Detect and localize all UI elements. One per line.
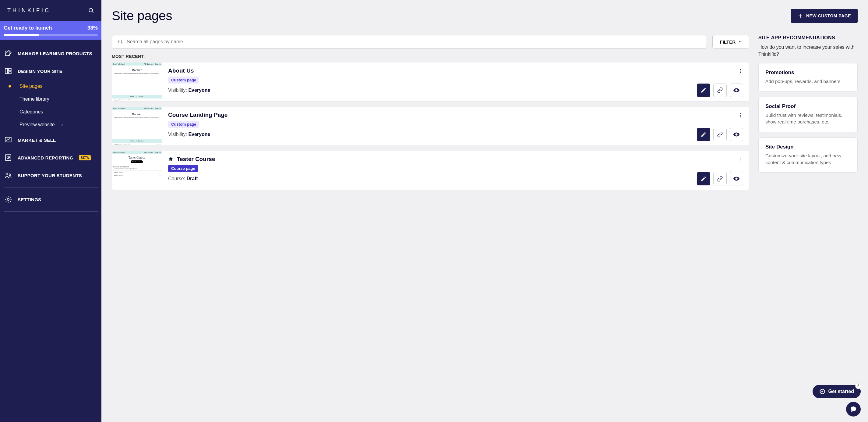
search-pages-input-wrap[interactable] <box>112 35 707 49</box>
rec-title: Site Design <box>765 144 850 150</box>
svg-point-22 <box>740 157 741 158</box>
rec-desc: Build trust with reviews, testimonials, … <box>765 112 850 125</box>
nav-label: MARKET & SELL <box>18 138 56 143</box>
svg-point-19 <box>740 113 741 114</box>
caret-down-icon <box>738 40 742 44</box>
pencil-square-icon <box>4 49 12 57</box>
card-title: Course Landing Page <box>168 112 227 118</box>
svg-point-21 <box>740 116 741 117</box>
card-menu-button[interactable] <box>737 67 745 75</box>
card-title: About Us <box>168 67 194 74</box>
filter-button[interactable]: FILTER <box>712 35 749 49</box>
subnav-label: Preview website <box>20 122 55 128</box>
sidebar-header: THINKIFIC <box>0 0 101 21</box>
subnav-label: Site pages <box>20 84 43 89</box>
main-content: Site pages NEW CUSTOM PAGE <box>101 0 868 422</box>
edit-button[interactable] <box>697 128 710 141</box>
card-meta: Visibility: Everyone <box>168 132 210 137</box>
sidebar: THINKIFIC Get ready to launch 38% MANAGE… <box>0 0 101 422</box>
nav-divider <box>4 187 98 188</box>
rec-desc: Customize your site layout, add new cont… <box>765 152 850 166</box>
fab-label: Get started <box>828 389 854 394</box>
gear-icon <box>4 195 12 203</box>
new-custom-page-button[interactable]: NEW CUSTOM PAGE <box>791 9 858 23</box>
rec-desc: Add pop-ups, rewards, and banners <box>765 78 850 85</box>
svg-line-1 <box>92 11 93 13</box>
link-button[interactable] <box>713 84 727 97</box>
page-type-badge: Custom page <box>168 77 199 84</box>
svg-point-18 <box>740 72 741 73</box>
card-meta: Visibility: Everyone <box>168 87 210 93</box>
nav-settings[interactable]: SETTINGS <box>0 191 101 208</box>
get-started-fab[interactable]: Get started 2 <box>812 385 861 398</box>
rec-title: Social Proof <box>765 103 850 110</box>
nav-label: SETTINGS <box>18 197 41 202</box>
subnav-label: Theme library <box>20 96 49 102</box>
svg-point-20 <box>740 115 741 116</box>
recommendation-card[interactable]: PromotionsAdd pop-ups, rewards, and bann… <box>758 63 858 91</box>
recommendation-card[interactable]: Social ProofBuild trust with reviews, te… <box>758 97 858 132</box>
link-button[interactable] <box>713 128 727 141</box>
subnav-categories[interactable]: Categories <box>0 106 101 118</box>
svg-rect-3 <box>5 68 8 74</box>
preview-button[interactable] <box>730 84 743 97</box>
subnav-label: Categories <box>20 109 43 115</box>
chart-up-icon <box>4 136 12 144</box>
card-menu-button[interactable] <box>737 111 745 119</box>
preview-button[interactable] <box>730 172 743 186</box>
search-pages-input[interactable] <box>127 39 701 45</box>
page-thumbnail: Emily's SchoolAll Courses Sign In Banner… <box>112 107 162 145</box>
svg-point-11 <box>7 198 9 201</box>
svg-point-0 <box>89 8 93 12</box>
external-link-icon <box>60 123 64 126</box>
edit-button[interactable] <box>697 172 710 186</box>
edit-button[interactable] <box>697 84 710 97</box>
link-button[interactable] <box>713 172 727 186</box>
nav-label: ADVANCED REPORTING <box>18 155 73 160</box>
button-label: NEW CUSTOM PAGE <box>806 13 851 18</box>
card-meta: Course: Draft <box>168 176 198 181</box>
page-header: Site pages NEW CUSTOM PAGE <box>112 8 858 29</box>
card-menu-button <box>737 155 745 164</box>
page-title: Site pages <box>112 8 172 23</box>
subnav-preview-website[interactable]: Preview website <box>0 118 101 131</box>
nav-market-sell[interactable]: MARKET & SELL <box>0 131 101 149</box>
recommendations-panel: SITE APP RECOMMENDATIONS How do you want… <box>758 35 858 178</box>
nav-label: SUPPORT YOUR STUDENTS <box>18 173 82 178</box>
page-thumbnail: Emily's SchoolAll Courses Sign In Banner… <box>112 62 162 101</box>
recommendation-card[interactable]: Site DesignCustomize your site layout, a… <box>758 138 858 173</box>
pie-doc-icon <box>4 154 12 162</box>
nav-advanced-reporting[interactable]: ADVANCED REPORTING BETA <box>0 149 101 167</box>
plus-icon <box>798 13 803 19</box>
page-type-badge: Custom page <box>168 121 199 128</box>
svg-point-9 <box>6 173 8 175</box>
brand-logo: THINKIFIC <box>7 7 51 14</box>
button-label: FILTER <box>720 39 736 45</box>
svg-point-23 <box>740 159 741 160</box>
svg-point-16 <box>740 69 741 70</box>
nav-design-your-site[interactable]: DESIGN YOUR SITE <box>0 62 101 80</box>
launch-label: Get ready to launch <box>4 25 52 31</box>
card-title: Tester Course <box>177 156 215 163</box>
search-icon[interactable] <box>88 7 94 13</box>
nav-label: MANAGE LEARNING PRODUCTS <box>18 51 92 56</box>
subnav-site-pages[interactable]: Site pages <box>0 80 101 93</box>
subnav-theme-library[interactable]: Theme library <box>0 93 101 106</box>
svg-rect-4 <box>8 68 11 71</box>
home-icon <box>168 157 174 162</box>
fab-count-badge: 2 <box>855 383 861 389</box>
page-card: Emily's SchoolAll Courses Sign In Banner… <box>112 62 749 101</box>
svg-point-14 <box>119 40 122 43</box>
chat-fab[interactable] <box>846 402 861 417</box>
preview-button[interactable] <box>730 128 743 141</box>
svg-point-10 <box>9 174 11 175</box>
nav-support-students[interactable]: SUPPORT YOUR STUDENTS <box>0 167 101 184</box>
svg-rect-7 <box>5 154 11 161</box>
layout-icon <box>4 67 12 75</box>
launch-banner[interactable]: Get ready to launch 38% <box>0 21 101 40</box>
page-card: Emily's SchoolAll Courses Sign In Tester… <box>112 151 749 190</box>
most-recent-label: MOST RECENT: <box>112 54 749 59</box>
nav-manage-learning-products[interactable]: MANAGE LEARNING PRODUCTS <box>0 45 101 62</box>
svg-point-17 <box>740 71 741 72</box>
people-icon <box>4 171 12 179</box>
